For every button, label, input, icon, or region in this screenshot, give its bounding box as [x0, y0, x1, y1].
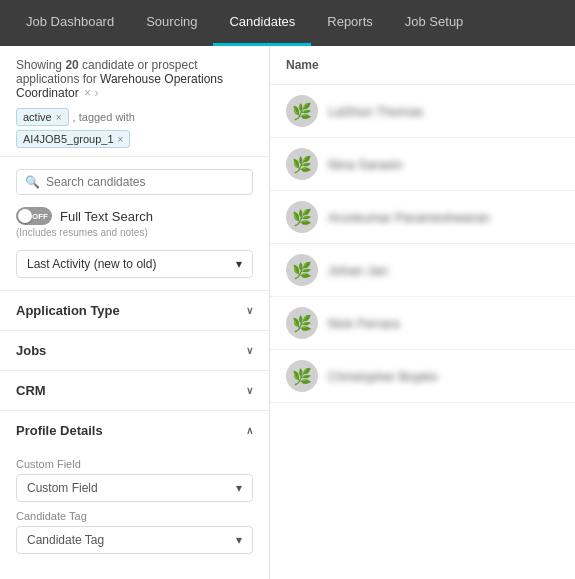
showing-text: Showing	[16, 58, 62, 72]
avatar-icon: 🌿	[292, 261, 312, 280]
table-row[interactable]: 🌿 Nick Ferrara	[270, 297, 575, 350]
jobs-label: Jobs	[16, 343, 46, 358]
custom-field-chevron-icon: ▾	[236, 481, 242, 495]
custom-field-dropdown[interactable]: Custom Field ▾	[16, 474, 253, 502]
crm-label: CRM	[16, 383, 46, 398]
candidate-tag-label: Candidate Tag	[16, 510, 253, 522]
candidate-name: Nina Sarasin	[328, 157, 402, 172]
avatar-icon: 🌿	[292, 155, 312, 174]
more-icon[interactable]: ›	[94, 86, 98, 100]
group-tag-remove[interactable]: ×	[118, 134, 124, 145]
avatar: 🌿	[286, 95, 318, 127]
avatar-icon: 🌿	[292, 367, 312, 386]
profile-details-label: Profile Details	[16, 423, 103, 438]
application-type-header[interactable]: Application Type ∨	[0, 291, 269, 330]
nav-job-setup[interactable]: Job Setup	[389, 0, 480, 46]
jobs-header[interactable]: Jobs ∨	[0, 331, 269, 370]
right-panel: Name 🌿 LaShun Thomas 🌿 Nina Sarasin 🌿 Ar…	[270, 46, 575, 579]
full-text-sub: (Includes resumes and notes)	[0, 227, 269, 244]
active-tag: active ×	[16, 108, 69, 126]
avatar: 🌿	[286, 307, 318, 339]
table-row[interactable]: 🌿 Nina Sarasin	[270, 138, 575, 191]
full-text-label: Full Text Search	[60, 209, 153, 224]
custom-field-label: Custom Field	[16, 458, 253, 470]
crm-chevron-icon: ∨	[246, 385, 253, 396]
search-area: 🔍	[0, 157, 269, 203]
candidate-list: 🌿 LaShun Thomas 🌿 Nina Sarasin 🌿 Arunkum…	[270, 85, 575, 403]
avatar-icon: 🌿	[292, 208, 312, 227]
table-row[interactable]: 🌿 Johan Jan	[270, 244, 575, 297]
application-type-label: Application Type	[16, 303, 120, 318]
toggle-off-label: OFF	[32, 212, 48, 221]
profile-details-content: Custom Field Custom Field ▾ Candidate Ta…	[0, 458, 269, 566]
candidate-name: Arunkumar Parameshwaran	[328, 210, 490, 225]
avatar: 🌿	[286, 148, 318, 180]
nav-sourcing[interactable]: Sourcing	[130, 0, 213, 46]
jobs-chevron-icon: ∨	[246, 345, 253, 356]
active-tag-label: active	[23, 111, 52, 123]
jobs-section: Jobs ∨	[0, 330, 269, 370]
sort-label: Last Activity (new to old)	[27, 257, 156, 271]
main-content: Showing 20 candidate or prospect applica…	[0, 46, 575, 579]
group-tag-label: AI4JOB5_group_1	[23, 133, 114, 145]
profile-details-section: Profile Details ∧ Custom Field Custom Fi…	[0, 410, 269, 566]
panel-header: Name	[270, 46, 575, 85]
candidate-tag-value: Candidate Tag	[27, 533, 104, 547]
nav-reports[interactable]: Reports	[311, 0, 389, 46]
avatar: 🌿	[286, 360, 318, 392]
active-tag-remove[interactable]: ×	[56, 112, 62, 123]
avatar: 🌿	[286, 201, 318, 233]
candidate-name: Nick Ferrara	[328, 316, 400, 331]
sidebar: Showing 20 candidate or prospect applica…	[0, 46, 270, 579]
nav-job-dashboard[interactable]: Job Dashboard	[10, 0, 130, 46]
candidate-name: LaShun Thomas	[328, 104, 423, 119]
candidate-name: Christopher Boykin	[328, 369, 438, 384]
filter-tags: active × , tagged with AI4JOB5_group_1 ×	[16, 108, 253, 148]
table-row[interactable]: 🌿 LaShun Thomas	[270, 85, 575, 138]
nav-candidates[interactable]: Candidates	[213, 0, 311, 46]
application-type-section: Application Type ∨	[0, 290, 269, 330]
full-text-toggle[interactable]: OFF	[16, 207, 52, 225]
candidate-tag-dropdown[interactable]: Candidate Tag ▾	[16, 526, 253, 554]
table-row[interactable]: 🌿 Arunkumar Parameshwaran	[270, 191, 575, 244]
profile-details-chevron-icon: ∧	[246, 425, 253, 436]
profile-details-header[interactable]: Profile Details ∧	[0, 411, 269, 450]
crm-section: CRM ∨	[0, 370, 269, 410]
search-input[interactable]	[46, 175, 244, 189]
search-icon: 🔍	[25, 175, 40, 189]
application-type-chevron-icon: ∨	[246, 305, 253, 316]
full-text-row: OFF Full Text Search	[0, 203, 269, 227]
close-job-icon[interactable]: ×	[84, 86, 91, 100]
group-tag: AI4JOB5_group_1 ×	[16, 130, 130, 148]
crm-header[interactable]: CRM ∨	[0, 371, 269, 410]
avatar-icon: 🌿	[292, 314, 312, 333]
candidate-count: 20	[65, 58, 78, 72]
sort-chevron-icon: ▾	[236, 257, 242, 271]
toggle-knob	[18, 209, 32, 223]
candidate-name: Johan Jan	[328, 263, 388, 278]
table-row[interactable]: 🌿 Christopher Boykin	[270, 350, 575, 403]
candidate-tag-chevron-icon: ▾	[236, 533, 242, 547]
search-box: 🔍	[16, 169, 253, 195]
avatar: 🌿	[286, 254, 318, 286]
tagged-with-label: , tagged with	[73, 111, 135, 123]
sort-dropdown[interactable]: Last Activity (new to old) ▾	[16, 250, 253, 278]
avatar-icon: 🌿	[292, 102, 312, 121]
custom-field-value: Custom Field	[27, 481, 98, 495]
info-bar: Showing 20 candidate or prospect applica…	[0, 46, 269, 157]
top-navigation: Job Dashboard Sourcing Candidates Report…	[0, 0, 575, 46]
